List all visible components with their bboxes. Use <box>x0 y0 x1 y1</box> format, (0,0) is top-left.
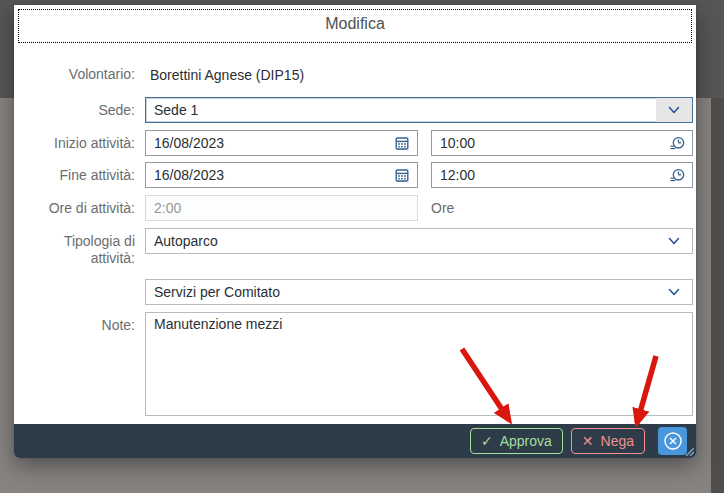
nega-button[interactable]: ✕ Nega <box>571 428 645 454</box>
inizio-time-input[interactable] <box>432 131 662 155</box>
fine-date-input[interactable] <box>146 163 387 187</box>
sede-select[interactable]: Sede 1 <box>145 97 693 123</box>
sede-label: Sede: <box>30 102 135 119</box>
volontario-value: Borettini Agnese (DIP15) <box>145 67 304 83</box>
note-row: Note: Manutenzione mezzi <box>30 312 683 416</box>
tipologia-label: Tipologia di attività: <box>30 228 135 267</box>
inizio-date-input[interactable] <box>146 131 387 155</box>
chevron-down-icon <box>656 229 692 253</box>
clock-icon[interactable] <box>662 131 692 155</box>
dialog-title: Modifica <box>14 5 696 43</box>
fine-time-field <box>431 162 693 188</box>
ore-unit-label: Ore <box>431 200 454 216</box>
fine-row: Fine attività: <box>30 162 683 188</box>
tipologia-select[interactable]: Autoparco <box>145 228 693 254</box>
approva-button-label: Approva <box>500 433 552 449</box>
dimmed-background-strip <box>711 98 724 493</box>
inizio-time-field <box>431 130 693 156</box>
tipologia-select-value: Autoparco <box>146 233 656 249</box>
inizio-label: Inizio attività: <box>30 135 135 152</box>
inizio-row: Inizio attività: <box>30 130 683 156</box>
clock-icon[interactable] <box>662 163 692 187</box>
sede-row: Sede: Sede 1 <box>30 97 683 123</box>
x-icon: ✕ <box>582 433 594 449</box>
categoria-select-value: Servizi per Comitato <box>146 284 656 300</box>
chevron-down-icon <box>656 280 692 304</box>
sede-select-value: Sede 1 <box>146 102 656 118</box>
approva-button[interactable]: ✓ Approva <box>470 428 563 454</box>
modifica-dialog: Modifica Volontario: Borettini Agnese (D… <box>14 5 696 458</box>
fine-date-field <box>145 162 418 188</box>
check-icon: ✓ <box>481 433 493 449</box>
tipologia-row: Tipologia di attività: Autoparco <box>30 228 683 267</box>
ore-row: Ore di attività: Ore <box>30 195 683 221</box>
categoria-row: Servizi per Comitato <box>30 279 683 305</box>
ore-field <box>145 195 418 221</box>
chevron-down-icon <box>656 98 692 122</box>
inizio-date-field <box>145 130 418 156</box>
calendar-icon[interactable] <box>387 131 417 155</box>
resize-grip[interactable] <box>683 445 694 456</box>
note-label: Note: <box>30 312 135 334</box>
nega-button-label: Nega <box>601 433 634 449</box>
ore-label: Ore di attività: <box>30 200 135 217</box>
volontario-label: Volontario: <box>30 66 135 83</box>
fine-time-input[interactable] <box>432 163 662 187</box>
decline-circle-icon <box>663 431 683 451</box>
categoria-select[interactable]: Servizi per Comitato <box>145 279 693 305</box>
dialog-footer: ✓ Approva ✕ Nega <box>14 424 696 458</box>
dialog-header[interactable]: Modifica <box>14 5 696 45</box>
note-textarea[interactable]: Manutenzione mezzi <box>145 312 693 416</box>
volontario-row: Volontario: Borettini Agnese (DIP15) <box>30 66 683 83</box>
edit-form: Volontario: Borettini Agnese (DIP15) Sed… <box>14 45 696 416</box>
fine-label: Fine attività: <box>30 167 135 184</box>
ore-input <box>146 196 417 220</box>
calendar-icon[interactable] <box>387 163 417 187</box>
